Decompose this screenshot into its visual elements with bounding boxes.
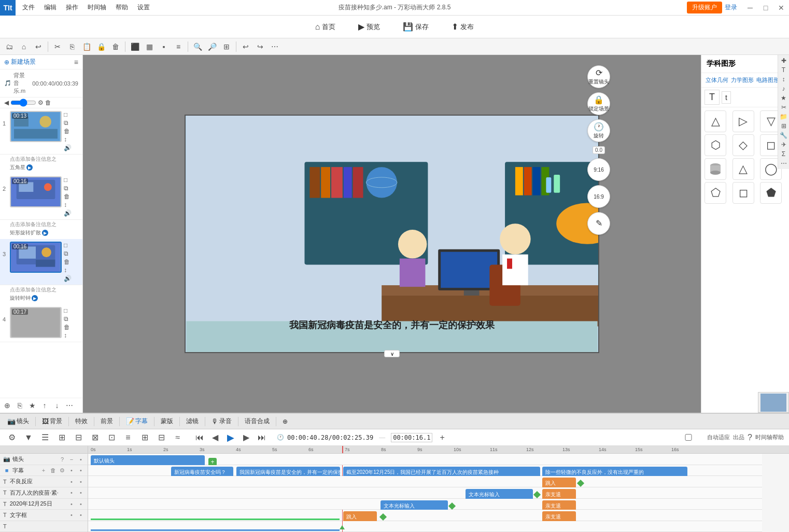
scene-move[interactable]: ↕ bbox=[64, 136, 72, 143]
anim-play[interactable]: ▶ bbox=[32, 295, 38, 301]
align-btn8[interactable]: ≈ bbox=[171, 431, 185, 444]
filter-btn3[interactable]: ☰ bbox=[38, 431, 52, 444]
filter-btn2[interactable]: ▼ bbox=[22, 431, 35, 444]
scene-audio[interactable]: 🔊 bbox=[64, 144, 72, 151]
shape-rect[interactable]: ◻ bbox=[732, 182, 754, 204]
side-icon-dots[interactable]: ⋯ bbox=[779, 160, 788, 167]
lock-scene-button[interactable]: 🔒 锁定场景 bbox=[587, 92, 610, 115]
scene-hide[interactable]: □ bbox=[64, 242, 72, 249]
filter-button[interactable]: ⚙ bbox=[5, 431, 19, 444]
icon-tb-more[interactable]: ⋯ bbox=[268, 40, 281, 53]
scene-down-btn[interactable]: ↓ bbox=[52, 400, 62, 411]
menu-file[interactable]: 文件 bbox=[18, 1, 39, 14]
scene-delete[interactable]: 🗑 bbox=[64, 193, 72, 200]
tl-record[interactable]: 🎙 录音 bbox=[208, 416, 235, 427]
volume-slider[interactable] bbox=[10, 99, 36, 107]
publish-button[interactable]: ⬆ 发布 bbox=[445, 20, 480, 34]
scene-move[interactable]: ↕ bbox=[64, 201, 72, 208]
side-icon-folder[interactable]: 📁 bbox=[779, 113, 788, 120]
reset-camera-button[interactable]: ⟳ 重置镜头 bbox=[587, 65, 610, 88]
cat-physics[interactable]: 力学图形 bbox=[731, 76, 754, 84]
scene-copy[interactable]: ⧉ bbox=[64, 119, 72, 127]
icon-tb-zoom-out[interactable]: 🔎 bbox=[205, 40, 219, 53]
scene-item[interactable]: 4 00:17 □ ⧉ 🗑 ↕ bbox=[0, 304, 82, 342]
menu-edit[interactable]: 编辑 bbox=[40, 1, 61, 14]
save-button[interactable]: 💾 保存 bbox=[397, 20, 435, 34]
anim-play[interactable]: ▶ bbox=[42, 230, 48, 236]
icon-tb-paste[interactable]: 📋 bbox=[80, 40, 93, 53]
align-btn1[interactable]: ⊞ bbox=[55, 431, 68, 444]
track-add[interactable]: + bbox=[40, 467, 47, 473]
scene-copy[interactable]: ⧉ bbox=[64, 250, 72, 257]
sort-button[interactable]: ≡ bbox=[74, 58, 78, 66]
shape-pyramid[interactable]: △ bbox=[732, 158, 754, 180]
tl-mask[interactable]: 蒙版 bbox=[158, 416, 176, 427]
icon-tb-cut[interactable]: ✂ bbox=[51, 40, 64, 53]
track-more[interactable]: • bbox=[77, 467, 84, 473]
icon-tb-copy[interactable]: ⎘ bbox=[65, 40, 79, 53]
icon-tb-fit[interactable]: ⊞ bbox=[220, 40, 233, 53]
scene-up-btn[interactable]: ↑ bbox=[39, 400, 50, 411]
add-marker[interactable]: + bbox=[435, 431, 449, 444]
diamond-4[interactable] bbox=[379, 513, 387, 521]
scene-star-btn[interactable]: ★ bbox=[27, 400, 37, 411]
track-dot2[interactable]: • bbox=[68, 467, 75, 473]
icon-tb-zoom-in[interactable]: 🔍 bbox=[191, 40, 204, 53]
t1-dot[interactable]: • bbox=[68, 479, 75, 485]
icon-tb-home[interactable]: ⌂ bbox=[17, 40, 31, 53]
go-start[interactable]: ⏮ bbox=[193, 431, 206, 444]
tl-subtitle[interactable]: 📝 字幕 bbox=[123, 416, 151, 427]
side-icon-wrench[interactable]: 🔧 bbox=[779, 132, 788, 139]
expand-btn[interactable] bbox=[340, 525, 345, 529]
tl-effect[interactable]: 特效 bbox=[72, 416, 91, 427]
cat-3d[interactable]: 立体几何 bbox=[706, 76, 728, 84]
tl-more[interactable]: ⊕ bbox=[279, 417, 291, 426]
scene-hide[interactable]: □ bbox=[64, 176, 72, 184]
t2-dot[interactable]: • bbox=[68, 489, 75, 496]
scene-copy[interactable]: ⧉ bbox=[64, 315, 70, 323]
text-tool[interactable]: T bbox=[705, 90, 720, 105]
icon-tb-align-r[interactable]: ▪ bbox=[157, 40, 171, 53]
menu-settings[interactable]: 设置 bbox=[133, 1, 154, 14]
diamond-add[interactable] bbox=[577, 480, 584, 487]
shape-triangle[interactable]: △ bbox=[705, 110, 726, 132]
icon-tb-scene[interactable]: 🗂 bbox=[3, 40, 16, 53]
shape-diamond[interactable]: ◇ bbox=[732, 134, 754, 156]
diamond-3[interactable] bbox=[448, 502, 456, 509]
scene-delete[interactable]: 🗑 bbox=[64, 258, 72, 265]
icon-tb-dist[interactable]: ≡ bbox=[172, 40, 185, 53]
track-help[interactable]: ? bbox=[59, 456, 66, 463]
scene-delete[interactable]: 🗑 bbox=[64, 324, 70, 331]
icon-tb-align-c[interactable]: ▦ bbox=[143, 40, 156, 53]
icon-tb-undo[interactable]: ↩ bbox=[32, 40, 45, 53]
aspect-ratio-button[interactable]: 9:16 bbox=[587, 158, 610, 181]
ratio-value-button[interactable]: 16:9 bbox=[587, 185, 610, 208]
align-btn4[interactable]: ⊡ bbox=[105, 431, 118, 444]
audio-settings[interactable]: ⚙ bbox=[38, 99, 44, 106]
edit-button[interactable]: ✎ bbox=[587, 212, 610, 235]
icon-tb-undo2[interactable]: ↩ bbox=[239, 40, 252, 53]
track-delete-clip[interactable]: 🗑 bbox=[49, 467, 57, 473]
t3-dot[interactable]: • bbox=[68, 501, 75, 507]
text-tool-small[interactable]: t bbox=[722, 91, 731, 104]
shape-triangle-right[interactable]: ▷ bbox=[732, 110, 754, 132]
align-btn3[interactable]: ⊠ bbox=[88, 431, 102, 444]
scene-copy[interactable]: ⧉ bbox=[64, 185, 72, 192]
tl-voice[interactable]: 语音合成 bbox=[242, 416, 273, 427]
side-icon-grid[interactable]: ⊞ bbox=[779, 122, 788, 130]
close-button[interactable]: ✕ bbox=[773, 0, 789, 16]
menu-operate[interactable]: 操作 bbox=[62, 1, 82, 14]
t4-dot[interactable]: • bbox=[68, 512, 75, 518]
side-icon-arrow[interactable]: ↕ bbox=[779, 76, 788, 83]
scene-move[interactable]: ↕ bbox=[64, 332, 70, 339]
scene-move[interactable]: ↕ bbox=[64, 267, 72, 274]
icon-tb-lock[interactable]: 🔒 bbox=[94, 40, 108, 53]
side-icon-plane[interactable]: ✈ bbox=[779, 141, 788, 148]
menu-timeline[interactable]: 时间轴 bbox=[83, 1, 110, 14]
scene-item[interactable]: 3 00:16 □ ⧉ 🗑 ↕ 🔊 bbox=[0, 239, 82, 285]
scene-more-btn[interactable]: ⋯ bbox=[64, 400, 75, 411]
menu-help[interactable]: 帮助 bbox=[111, 1, 132, 14]
collapse-button[interactable]: ∨ bbox=[384, 350, 400, 357]
new-scene-button[interactable]: ⊕ 新建场景 bbox=[4, 58, 36, 66]
scene-item[interactable]: 1 00:13 □ ⧉ 🗑 ↕ 🔊 bbox=[0, 108, 82, 155]
